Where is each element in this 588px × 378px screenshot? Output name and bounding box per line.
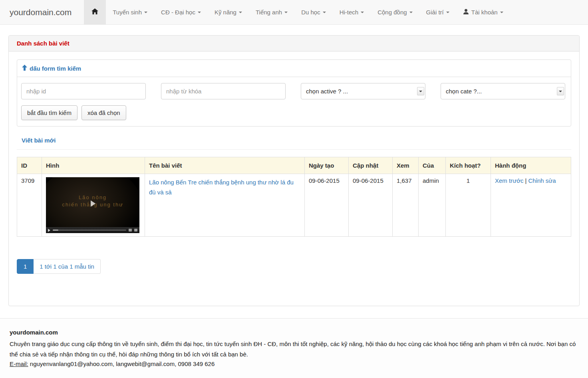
nav-cd-dai-hoc[interactable]: CĐ - Đại học — [154, 0, 208, 24]
player-progress-bar — [53, 230, 126, 231]
caret-down-icon — [198, 12, 201, 13]
pagination: 1 1 tới 1 của 1 mẫu tin — [17, 259, 101, 274]
nav-tieng-anh[interactable]: Tiếng anh — [249, 0, 294, 24]
caret-down-icon — [446, 12, 449, 13]
email-addresses: nguyenvanlang01@yahoo.com, langwebit@gma… — [28, 360, 215, 367]
user-icon — [463, 9, 469, 16]
col-owner: Của — [419, 157, 446, 174]
play-icon — [91, 200, 95, 207]
caret-down-icon — [284, 12, 288, 13]
cell-owner: admin — [419, 174, 446, 237]
active-select[interactable]: chọn active ? ... — [301, 83, 425, 99]
page-footer: yourdomain.com Chuyên trang giáo dục cun… — [0, 318, 588, 378]
select-caret-icon — [417, 87, 424, 95]
caret-down-icon — [409, 12, 413, 13]
cell-created: 09-06-2015 — [305, 174, 349, 237]
player-play-icon — [48, 229, 50, 232]
search-form-body: chọn active ? ... chọn cate ?... bắt đầu… — [17, 77, 571, 126]
post-title-link[interactable]: Lão nông Bến Tre chiến thắng bệnh ung th… — [149, 179, 294, 196]
main-content: Danh sách bài viết dấu form tìm kiếm — [8, 35, 580, 306]
panel-body: dấu form tìm kiếm chọn active ? ... chọn… — [9, 51, 579, 306]
nav-account[interactable]: Tài khoản — [456, 0, 510, 24]
col-created: Ngày tạo — [305, 157, 349, 174]
table-header-row: ID Hình Tên bài viết Ngày tạo Cập nhật X… — [17, 157, 571, 174]
nav-hi-tech[interactable]: Hi-tech — [333, 0, 371, 24]
pagination-info: 1 tới 1 của 1 mẫu tin — [34, 259, 101, 274]
col-updated: Cập nhật — [349, 157, 393, 174]
cell-title: Lão nông Bến Tre chiến thắng bệnh ung th… — [145, 174, 305, 237]
select-caret-icon — [557, 87, 564, 95]
arrow-up-icon — [22, 65, 27, 72]
main-nav: Tuyển sinh CĐ - Đại học Kỹ năng Tiếng an… — [84, 0, 510, 24]
footer-description: Chuyên trang giáo dục cung cấp thông tin… — [10, 339, 578, 360]
table-row: 3709 Lão nông chiến thắng ung thư — [17, 174, 571, 237]
articles-panel: Danh sách bài viết dấu form tìm kiếm — [8, 35, 580, 306]
video-thumbnail: Lão nông chiến thắng ung thư — [46, 177, 139, 233]
nav-tuyen-sinh[interactable]: Tuyển sinh — [106, 0, 154, 24]
panel-heading: Danh sách bài viết — [9, 36, 579, 51]
caret-down-icon — [239, 12, 242, 13]
nav-du-hoc[interactable]: Du học — [294, 0, 333, 24]
nav-ky-nang[interactable]: Kỹ năng — [208, 0, 249, 24]
cell-id: 3709 — [17, 174, 42, 237]
nav-giai-tri[interactable]: Giải trí — [419, 0, 456, 24]
col-image: Hình — [42, 157, 145, 174]
footer-site-name: yourdomain.com — [10, 329, 578, 336]
new-post-link[interactable]: Viết bài mới — [22, 137, 56, 144]
preview-link[interactable]: Xem trước — [495, 177, 524, 184]
start-search-button[interactable]: bắt đầu tìm kiếm — [21, 105, 77, 120]
cell-active: 1 — [446, 174, 491, 237]
nav-home[interactable] — [84, 0, 106, 24]
page-title: Danh sách bài viết — [17, 40, 70, 47]
col-title: Tên bài viết — [145, 157, 305, 174]
player-volume-icon — [129, 229, 132, 232]
brand-logo[interactable]: yourdomain.com — [0, 0, 77, 24]
articles-table: ID Hình Tên bài viết Ngày tạo Cập nhật X… — [17, 157, 571, 237]
search-form-box: dấu form tìm kiếm chọn active ? ... chọn… — [17, 59, 571, 127]
search-fields-row: chọn active ? ... chọn cate ?... — [21, 83, 567, 99]
page-1-button[interactable]: 1 — [17, 259, 34, 274]
caret-down-icon — [323, 12, 326, 13]
cell-views: 1,637 — [393, 174, 419, 237]
video-controls-bar — [46, 227, 139, 233]
search-buttons-row: bắt đầu tìm kiếm xóa đã chọn — [21, 105, 567, 120]
col-views: Xem — [393, 157, 419, 174]
col-id: ID — [17, 157, 42, 174]
hide-search-form-link[interactable]: dấu form tìm kiếm — [22, 65, 81, 72]
col-active: Kích hoạt? — [446, 157, 491, 174]
email-label: E-mail: — [10, 360, 28, 367]
caret-down-icon — [144, 12, 147, 13]
caret-down-icon — [500, 12, 503, 13]
id-input[interactable] — [21, 83, 146, 99]
edit-link[interactable]: Chỉnh sửa — [528, 177, 556, 184]
home-icon — [91, 8, 98, 16]
cell-actions: Xem trước|Chỉnh sửa — [491, 174, 571, 237]
divider — [17, 149, 571, 150]
cell-image: Lão nông chiến thắng ung thư — [42, 174, 145, 237]
nav-cong-dong[interactable]: Cộng đồng — [371, 0, 419, 24]
player-fullscreen-icon — [134, 229, 137, 232]
action-separator: | — [525, 177, 527, 184]
keyword-input[interactable] — [161, 83, 286, 99]
top-navbar: yourdomain.com Tuyển sinh CĐ - Đại học K… — [0, 0, 588, 25]
cell-updated: 09-06-2015 — [349, 174, 393, 237]
search-form-heading: dấu form tìm kiếm — [17, 60, 571, 77]
footer-contact: E-mail: nguyenvanlang01@yahoo.com, langw… — [10, 360, 578, 367]
category-select[interactable]: chọn cate ?... — [441, 83, 565, 99]
col-actions: Hành động — [491, 157, 571, 174]
caret-down-icon — [361, 12, 364, 13]
clear-selected-button[interactable]: xóa đã chọn — [81, 105, 126, 120]
